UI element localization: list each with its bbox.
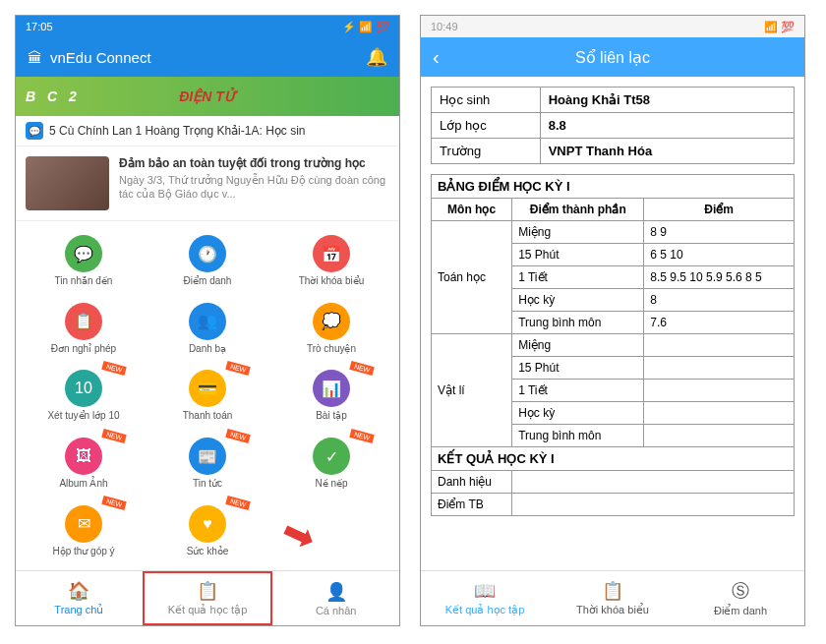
status-icons: ⚡ 📶 💯 — [342, 21, 389, 33]
feature-icon: 📊 — [313, 370, 350, 407]
result-row: Điểm TB — [432, 494, 795, 516]
ticker-text: 5 Cù Chính Lan 1 Hoàng Trọng Khải-1A: Họ… — [49, 124, 305, 138]
feature-icon: 📋 — [65, 303, 102, 340]
col-component: Điểm thành phần — [512, 199, 644, 221]
feature-grid: 💬Tin nhắn đến🕐Điểm danh📅Thời khóa biểu📋Đ… — [16, 221, 399, 570]
app-logo-icon: 🏛 — [28, 49, 42, 66]
bottom-nav: 📖 Kết quả học tập 📋 Thời khóa biểu Ⓢ Điể… — [421, 570, 804, 625]
score-value: 8 — [644, 289, 795, 312]
statusbar: 10:49 📶 💯 — [421, 16, 804, 37]
nav-schedule[interactable]: 📋 Thời khóa biểu — [549, 571, 677, 625]
feature-icon: 📅 — [313, 235, 350, 272]
grid-item[interactable]: NEW📊Bài tập — [271, 364, 391, 428]
grid-item[interactable]: NEW📰Tin tức — [148, 432, 267, 496]
chat-icon: 💬 — [26, 122, 43, 140]
grid-item[interactable]: 👥Danh bạ — [148, 297, 267, 361]
grid-item[interactable]: NEW✉Hộp thư góp ý — [24, 498, 144, 562]
bell-icon[interactable]: 🔔 — [366, 46, 387, 68]
info-row: Lớp học8.8 — [432, 113, 795, 139]
nav-label: Kết quả học tập — [168, 604, 248, 616]
subject-name: Vật lí — [432, 334, 512, 447]
score-value — [644, 380, 795, 402]
section-title: KẾT QUẢ HỌC KỲ I — [432, 447, 795, 471]
feature-label: Nề nếp — [315, 478, 347, 489]
feature-label: Album Ảnh — [59, 478, 107, 489]
grid-item[interactable]: 💬Tin nhắn đến — [24, 229, 144, 293]
result-value — [512, 494, 795, 516]
time: 17:05 — [26, 21, 53, 32]
status-icons: 📶 💯 — [764, 21, 795, 33]
score-value: 6 5 10 — [644, 244, 795, 266]
feature-label: Hộp thư góp ý — [52, 546, 114, 556]
grid-item[interactable]: NEW💳Thanh toán — [148, 364, 267, 428]
grid-item[interactable]: 💭Trò chuyện — [271, 297, 391, 361]
info-key: Học sinh — [432, 88, 541, 113]
section-title: BẢNG ĐIỂM HỌC KỲ I — [432, 175, 795, 199]
score-component: 1 Tiết — [512, 380, 644, 402]
result-key: Điểm TB — [432, 494, 512, 516]
new-badge: NEW — [349, 429, 375, 443]
result-row: Danh hiệu — [432, 471, 795, 494]
news-card[interactable]: Đảm bảo an toàn tuyệt đối trong trường h… — [16, 146, 399, 221]
feature-icon: ♥ — [189, 505, 226, 543]
feature-label: Bài tập — [316, 410, 347, 421]
info-value: 8.8 — [540, 113, 794, 139]
home-icon: 🏠 — [68, 580, 89, 602]
nav-label: Kết quả học tập — [445, 604, 525, 616]
nav-results[interactable]: 📖 Kết quả học tập — [421, 571, 549, 625]
grid-item[interactable]: NEW✓Nề nếp — [271, 432, 391, 496]
info-value: Hoàng Khải Tt58 — [540, 88, 794, 113]
nav-attendance[interactable]: Ⓢ Điểm danh — [677, 571, 804, 625]
content: Học sinhHoàng Khải Tt58Lớp học8.8TrườngV… — [421, 77, 804, 570]
new-badge: NEW — [101, 496, 127, 510]
score-row: Toán họcMiệng8 9 — [432, 221, 795, 244]
subject-name: Toán học — [432, 221, 512, 334]
statusbar: 17:05 ⚡ 📶 💯 — [16, 16, 399, 37]
grid-item[interactable]: NEW10Xét tuyển lớp 10 — [24, 364, 144, 428]
score-row: Vật líMiệng — [432, 334, 795, 357]
grid-item[interactable]: 📅Thời khóa biểu — [271, 229, 391, 293]
nav-label: Thời khóa biểu — [576, 604, 649, 616]
nav-home[interactable]: 🏠 Trang chủ — [16, 571, 143, 625]
banner-text: ĐIỆN TỬ — [179, 88, 236, 104]
score-component: 15 Phút — [512, 357, 644, 380]
feature-label: Điểm danh — [184, 275, 232, 286]
book-icon: 📖 — [474, 580, 496, 602]
grid-item[interactable]: 🕐Điểm danh — [148, 229, 267, 293]
feature-label: Đơn nghỉ phép — [51, 343, 116, 354]
score-component: Học kỳ — [512, 289, 644, 312]
phone-right: 10:49 📶 💯 ‹ Sổ liên lạc Học sinhHoàng Kh… — [420, 15, 805, 626]
feature-label: Thanh toán — [183, 410, 233, 421]
result-key: Danh hiệu — [432, 471, 512, 494]
grid-item[interactable]: NEW🖼Album Ảnh — [24, 432, 144, 496]
nav-label: Điểm danh — [714, 605, 767, 617]
feature-label: Danh bạ — [189, 343, 226, 354]
score-value: 8.5 9.5 10 5.9 5.6 8 5 — [644, 266, 795, 289]
grid-item[interactable]: NEW♥Sức khỏe — [148, 498, 267, 562]
info-row: TrườngVNPT Thanh Hóa — [432, 139, 795, 164]
new-badge: NEW — [101, 429, 127, 443]
info-key: Trường — [432, 139, 541, 164]
score-value: 7.6 — [644, 312, 795, 334]
results-icon: 📋 — [197, 580, 218, 602]
feature-icon: 💬 — [65, 235, 102, 272]
feature-icon: 💳 — [189, 370, 226, 407]
nav-results[interactable]: 📋 Kết quả học tập — [143, 571, 273, 625]
grid-item[interactable]: 📋Đơn nghỉ phép — [24, 297, 144, 361]
score-table: BẢNG ĐIỂM HỌC KỲ I Môn học Điểm thành ph… — [431, 174, 795, 516]
new-badge: NEW — [225, 496, 251, 510]
banner[interactable]: ĐIỆN TỬ — [16, 77, 399, 116]
nav-profile[interactable]: 👤 Cá nhân — [272, 571, 399, 625]
news-image — [26, 156, 109, 210]
back-icon[interactable]: ‹ — [433, 46, 440, 69]
news-ticker[interactable]: 💬 5 Cù Chính Lan 1 Hoàng Trọng Khải-1A: … — [16, 116, 399, 146]
score-value — [644, 334, 795, 357]
score-component: 1 Tiết — [512, 266, 644, 289]
score-value — [644, 402, 795, 425]
app-header: 🏛 vnEdu Connect 🔔 — [16, 37, 399, 77]
page-header: ‹ Sổ liên lạc — [421, 37, 804, 77]
new-badge: NEW — [349, 361, 375, 376]
info-key: Lớp học — [432, 113, 541, 139]
score-component: Học kỳ — [512, 402, 644, 425]
page-title: Sổ liên lạc — [575, 48, 650, 67]
